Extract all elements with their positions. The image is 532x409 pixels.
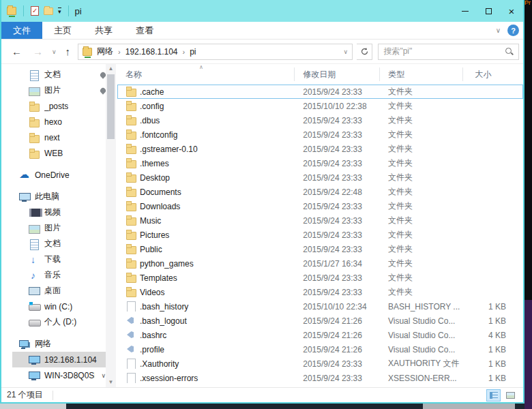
sidebar-item[interactable]: WIN-3D8Q0SD ∨	[12, 367, 106, 383]
sidebar-item-label: 个人 (D:)	[44, 316, 76, 328]
file-type: 文件夹	[380, 86, 462, 97]
column-header-date[interactable]: 修改日期	[295, 67, 380, 81]
qat-dropdown-icon[interactable]: ▾	[58, 7, 61, 15]
file-row[interactable]: .xsession-errors 2015/9/24 23:33 XSESSIO…	[117, 371, 523, 385]
breadcrumb-network[interactable]: 网络	[97, 46, 113, 57]
thumbnail-view-button[interactable]	[503, 389, 518, 402]
desktop-strip	[524, 300, 532, 409]
sidebar-item[interactable]: WEB ∨	[12, 145, 106, 161]
file-icon	[125, 373, 136, 383]
scroll-up-icon[interactable]: ▲	[106, 64, 116, 74]
sidebar-item[interactable]: OneDrive ∨	[12, 167, 106, 183]
file-row[interactable]: Public 2015/9/24 23:33 文件夹	[117, 242, 523, 256]
close-button[interactable]: ×	[500, 0, 523, 22]
file-name-cell: Videos	[118, 287, 295, 297]
sidebar-item[interactable]: 文档 ∨	[12, 67, 106, 82]
file-row[interactable]: .config 2015/10/10 22:38 文件夹	[117, 99, 523, 113]
sidebar-item[interactable]: 网络 ∨	[12, 336, 106, 352]
tab-home[interactable]: 主页	[42, 22, 83, 39]
file-row[interactable]: .dbus 2015/9/24 23:33 文件夹	[117, 113, 523, 127]
forward-button[interactable]: →	[29, 46, 46, 57]
sidebar-item[interactable]: _posts ∨	[12, 98, 106, 114]
file-row[interactable]: Videos 2015/9/24 23:33 文件夹	[117, 285, 523, 299]
sidebar-item[interactable]: 图片 ∨	[12, 82, 106, 98]
file-name: .xsession-errors	[140, 374, 198, 383]
file-row[interactable]: .gstreamer-0.10 2015/9/24 23:33 文件夹	[117, 142, 523, 156]
properties-button[interactable]	[31, 6, 39, 16]
file-row[interactable]: .Xauthority 2015/9/24 23:33 XAUTHORITY 文…	[117, 357, 523, 371]
up-button[interactable]: ↑	[62, 46, 74, 57]
file-row[interactable]: .bashrc 2015/9/24 21:26 Visual Studio Co…	[117, 328, 523, 342]
file-row[interactable]: Desktop 2015/9/24 23:33 文件夹	[117, 170, 523, 185]
chevron-down-icon[interactable]: ∨	[101, 372, 106, 379]
maximize-button[interactable]	[477, 0, 500, 22]
sidebar-item[interactable]: 此电脑 ∨	[12, 189, 106, 204]
window-body: 文档 ∨ 图片 ∨ _posts ∨	[1, 64, 523, 387]
sidebar-item[interactable]: next ∨	[12, 130, 106, 145]
help-button[interactable]: ?	[507, 25, 519, 36]
file-row[interactable]: .bash_logout 2015/9/24 21:26 Visual Stud…	[117, 314, 523, 328]
file-row[interactable]: Documents 2015/9/24 22:48 文件夹	[117, 185, 523, 199]
close-icon: ×	[509, 6, 515, 16]
tab-view[interactable]: 查看	[124, 22, 165, 39]
breadcrumb-folder[interactable]: pi	[190, 47, 196, 57]
file-row[interactable]: .bash_history 2015/10/10 22:34 BASH_HIST…	[117, 299, 523, 314]
minimize-button[interactable]	[454, 0, 477, 22]
refresh-button[interactable]	[357, 44, 372, 60]
sidebar-item[interactable]: hexo ∨	[12, 114, 106, 130]
sidebar-scrollbar[interactable]: ▲ ▼	[106, 64, 116, 387]
file-icon	[125, 287, 136, 297]
sidebar-item[interactable]: win (C:) ∨	[12, 299, 106, 314]
sidebar-item-label: 图片	[44, 85, 61, 96]
back-button[interactable]: ←	[8, 46, 25, 57]
desktop-text-fragment: Pr	[524, 0, 532, 6]
recent-locations-icon[interactable]: ∨	[50, 48, 58, 55]
sidebar-item[interactable]: 视频 ∨	[12, 204, 106, 220]
new-folder-button[interactable]	[44, 7, 53, 15]
scrollbar-thumb[interactable]	[107, 74, 115, 139]
address-dropdown-icon[interactable]: ∨	[343, 48, 348, 55]
file-row[interactable]: Pictures 2015/9/24 23:33 文件夹	[117, 228, 523, 242]
file-row[interactable]: .fontconfig 2015/9/24 23:33 文件夹	[117, 127, 523, 142]
sidebar-item-icon	[19, 170, 30, 180]
file-row[interactable]: .themes 2015/9/24 23:33 文件夹	[117, 156, 523, 170]
sidebar-item-icon	[29, 318, 40, 327]
file-icon	[125, 244, 136, 254]
column-header-type[interactable]: 类型	[380, 67, 462, 81]
column-header-name[interactable]: 名称	[117, 67, 295, 81]
file-icon	[125, 187, 136, 197]
sidebar-item-icon	[29, 239, 40, 249]
file-row[interactable]: Templates 2015/9/24 23:33 文件夹	[117, 271, 523, 285]
title-bar[interactable]: ▾ pi ×	[1, 0, 523, 22]
file-icon	[125, 158, 136, 168]
sidebar-item[interactable]: 图片 ∨	[12, 220, 106, 236]
file-row[interactable]: Music 2015/9/24 23:33 文件夹	[117, 213, 523, 228]
file-row[interactable]: python_games 2015/1/27 16:34 文件夹	[117, 256, 523, 271]
sidebar-item[interactable]: 个人 (D:) ∨	[12, 314, 106, 330]
file-date: 2015/9/24 23:33	[295, 359, 380, 369]
file-name-cell: .gstreamer-0.10	[118, 144, 295, 154]
file-size: 1 KB	[462, 359, 522, 369]
column-header-size[interactable]: 大小	[463, 67, 523, 81]
file-row[interactable]: Downloads 2015/9/24 23:33 文件夹	[117, 199, 523, 213]
scroll-down-icon[interactable]: ▼	[106, 378, 116, 387]
file-name-cell: .bash_logout	[118, 316, 295, 326]
tab-share[interactable]: 共享	[83, 22, 124, 39]
breadcrumb-host[interactable]: 192.168.1.104	[125, 47, 178, 57]
address-bar[interactable]: 网络 › 192.168.1.104 › pi ∨	[78, 44, 353, 60]
file-icon	[125, 201, 136, 211]
sidebar-item[interactable]: 文档 ∨	[12, 236, 106, 252]
sidebar-item[interactable]: 下载 ∨	[12, 252, 106, 267]
sidebar-item[interactable]: 192.168.1.104 ∨	[12, 352, 106, 367]
sidebar-item[interactable]: 桌面 ∨	[12, 283, 106, 299]
expand-ribbon-icon[interactable]: ∨	[496, 27, 501, 34]
file-type: 文件夹	[380, 143, 462, 155]
search-icon[interactable]	[505, 47, 514, 56]
file-row[interactable]: .profile 2015/9/24 21:26 Visual Studio C…	[117, 342, 523, 357]
navigation-pane: 文档 ∨ 图片 ∨ _posts ∨	[1, 64, 117, 387]
sidebar-item[interactable]: 音乐 ∨	[12, 267, 106, 283]
search-input[interactable]: 搜索"pi"	[378, 44, 519, 60]
tab-file[interactable]: 文件	[1, 22, 42, 39]
details-view-button[interactable]	[486, 389, 501, 402]
file-row[interactable]: .cache 2015/9/24 23:33 文件夹	[117, 85, 523, 99]
